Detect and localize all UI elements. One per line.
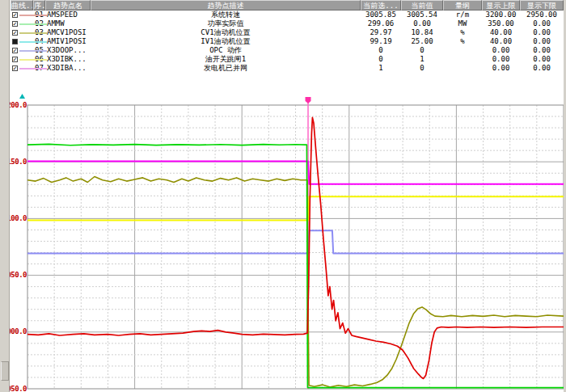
window-left-border — [0, 0, 10, 392]
cursor-marker-icon[interactable] — [306, 97, 311, 103]
trend-chart: 3200.03150.03100.03050.03000.02950.0 — [0, 0, 566, 392]
left-scrollbar-thumb[interactable] — [1, 361, 9, 381]
axis-marker-icon — [19, 94, 25, 99]
trend-plot — [0, 0, 566, 392]
